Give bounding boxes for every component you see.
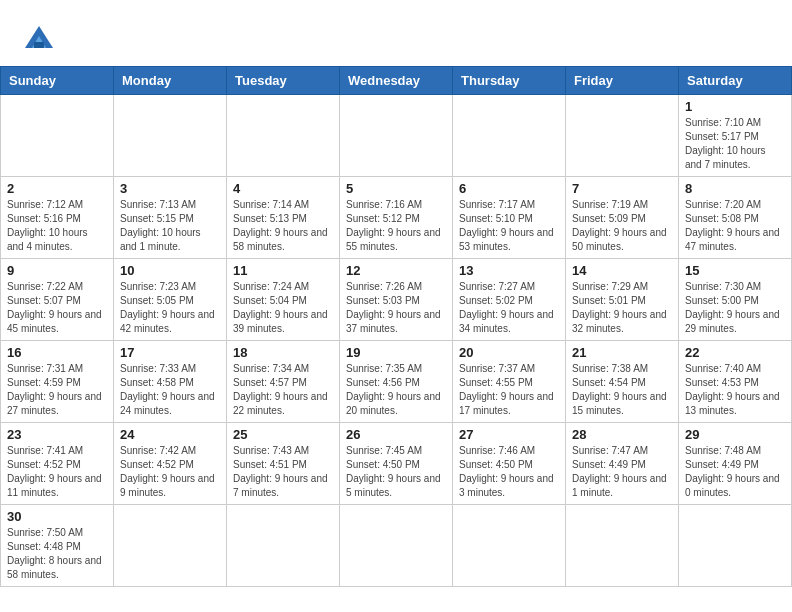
calendar-cell: 23Sunrise: 7:41 AM Sunset: 4:52 PM Dayli… [1, 423, 114, 505]
calendar-cell: 3Sunrise: 7:13 AM Sunset: 5:15 PM Daylig… [114, 177, 227, 259]
calendar-week-row: 23Sunrise: 7:41 AM Sunset: 4:52 PM Dayli… [1, 423, 792, 505]
calendar-cell: 10Sunrise: 7:23 AM Sunset: 5:05 PM Dayli… [114, 259, 227, 341]
calendar-cell: 2Sunrise: 7:12 AM Sunset: 5:16 PM Daylig… [1, 177, 114, 259]
calendar-cell: 21Sunrise: 7:38 AM Sunset: 4:54 PM Dayli… [566, 341, 679, 423]
day-number: 20 [459, 345, 559, 360]
day-number: 3 [120, 181, 220, 196]
calendar-cell: 26Sunrise: 7:45 AM Sunset: 4:50 PM Dayli… [340, 423, 453, 505]
day-info: Sunrise: 7:30 AM Sunset: 5:00 PM Dayligh… [685, 280, 785, 336]
calendar-week-row: 16Sunrise: 7:31 AM Sunset: 4:59 PM Dayli… [1, 341, 792, 423]
day-info: Sunrise: 7:19 AM Sunset: 5:09 PM Dayligh… [572, 198, 672, 254]
calendar-cell: 29Sunrise: 7:48 AM Sunset: 4:49 PM Dayli… [679, 423, 792, 505]
day-number: 9 [7, 263, 107, 278]
day-number: 6 [459, 181, 559, 196]
day-of-week-header: Tuesday [227, 67, 340, 95]
calendar-cell [1, 95, 114, 177]
calendar-cell: 19Sunrise: 7:35 AM Sunset: 4:56 PM Dayli… [340, 341, 453, 423]
day-number: 11 [233, 263, 333, 278]
calendar-cell: 11Sunrise: 7:24 AM Sunset: 5:04 PM Dayli… [227, 259, 340, 341]
calendar-cell: 30Sunrise: 7:50 AM Sunset: 4:48 PM Dayli… [1, 505, 114, 587]
day-info: Sunrise: 7:38 AM Sunset: 4:54 PM Dayligh… [572, 362, 672, 418]
calendar-cell [340, 505, 453, 587]
day-number: 4 [233, 181, 333, 196]
calendar-cell: 28Sunrise: 7:47 AM Sunset: 4:49 PM Dayli… [566, 423, 679, 505]
calendar-cell: 20Sunrise: 7:37 AM Sunset: 4:55 PM Dayli… [453, 341, 566, 423]
days-of-week-row: SundayMondayTuesdayWednesdayThursdayFrid… [1, 67, 792, 95]
calendar-cell: 24Sunrise: 7:42 AM Sunset: 4:52 PM Dayli… [114, 423, 227, 505]
logo-icon [20, 18, 58, 56]
calendar-cell: 9Sunrise: 7:22 AM Sunset: 5:07 PM Daylig… [1, 259, 114, 341]
calendar-cell: 12Sunrise: 7:26 AM Sunset: 5:03 PM Dayli… [340, 259, 453, 341]
day-info: Sunrise: 7:24 AM Sunset: 5:04 PM Dayligh… [233, 280, 333, 336]
calendar-header: SundayMondayTuesdayWednesdayThursdayFrid… [1, 67, 792, 95]
day-info: Sunrise: 7:17 AM Sunset: 5:10 PM Dayligh… [459, 198, 559, 254]
calendar-cell: 25Sunrise: 7:43 AM Sunset: 4:51 PM Dayli… [227, 423, 340, 505]
day-number: 17 [120, 345, 220, 360]
day-number: 5 [346, 181, 446, 196]
day-info: Sunrise: 7:33 AM Sunset: 4:58 PM Dayligh… [120, 362, 220, 418]
day-number: 24 [120, 427, 220, 442]
day-info: Sunrise: 7:13 AM Sunset: 5:15 PM Dayligh… [120, 198, 220, 254]
day-number: 19 [346, 345, 446, 360]
day-info: Sunrise: 7:14 AM Sunset: 5:13 PM Dayligh… [233, 198, 333, 254]
calendar-cell [566, 95, 679, 177]
calendar-cell: 8Sunrise: 7:20 AM Sunset: 5:08 PM Daylig… [679, 177, 792, 259]
day-number: 15 [685, 263, 785, 278]
day-number: 8 [685, 181, 785, 196]
day-info: Sunrise: 7:10 AM Sunset: 5:17 PM Dayligh… [685, 116, 785, 172]
day-info: Sunrise: 7:12 AM Sunset: 5:16 PM Dayligh… [7, 198, 107, 254]
calendar-cell: 14Sunrise: 7:29 AM Sunset: 5:01 PM Dayli… [566, 259, 679, 341]
day-info: Sunrise: 7:29 AM Sunset: 5:01 PM Dayligh… [572, 280, 672, 336]
day-info: Sunrise: 7:41 AM Sunset: 4:52 PM Dayligh… [7, 444, 107, 500]
day-info: Sunrise: 7:42 AM Sunset: 4:52 PM Dayligh… [120, 444, 220, 500]
day-of-week-header: Friday [566, 67, 679, 95]
day-of-week-header: Monday [114, 67, 227, 95]
day-number: 29 [685, 427, 785, 442]
calendar-cell [453, 95, 566, 177]
calendar-cell: 13Sunrise: 7:27 AM Sunset: 5:02 PM Dayli… [453, 259, 566, 341]
calendar: SundayMondayTuesdayWednesdayThursdayFrid… [0, 66, 792, 587]
calendar-cell: 15Sunrise: 7:30 AM Sunset: 5:00 PM Dayli… [679, 259, 792, 341]
day-info: Sunrise: 7:40 AM Sunset: 4:53 PM Dayligh… [685, 362, 785, 418]
header [0, 0, 792, 66]
day-number: 21 [572, 345, 672, 360]
day-info: Sunrise: 7:16 AM Sunset: 5:12 PM Dayligh… [346, 198, 446, 254]
calendar-cell: 5Sunrise: 7:16 AM Sunset: 5:12 PM Daylig… [340, 177, 453, 259]
calendar-cell [227, 95, 340, 177]
calendar-cell [227, 505, 340, 587]
day-info: Sunrise: 7:37 AM Sunset: 4:55 PM Dayligh… [459, 362, 559, 418]
day-info: Sunrise: 7:20 AM Sunset: 5:08 PM Dayligh… [685, 198, 785, 254]
day-number: 14 [572, 263, 672, 278]
calendar-cell [114, 95, 227, 177]
day-info: Sunrise: 7:50 AM Sunset: 4:48 PM Dayligh… [7, 526, 107, 582]
calendar-cell: 18Sunrise: 7:34 AM Sunset: 4:57 PM Dayli… [227, 341, 340, 423]
day-of-week-header: Saturday [679, 67, 792, 95]
day-number: 18 [233, 345, 333, 360]
calendar-cell: 1Sunrise: 7:10 AM Sunset: 5:17 PM Daylig… [679, 95, 792, 177]
calendar-week-row: 9Sunrise: 7:22 AM Sunset: 5:07 PM Daylig… [1, 259, 792, 341]
calendar-cell: 17Sunrise: 7:33 AM Sunset: 4:58 PM Dayli… [114, 341, 227, 423]
day-number: 30 [7, 509, 107, 524]
day-info: Sunrise: 7:35 AM Sunset: 4:56 PM Dayligh… [346, 362, 446, 418]
day-info: Sunrise: 7:43 AM Sunset: 4:51 PM Dayligh… [233, 444, 333, 500]
day-info: Sunrise: 7:34 AM Sunset: 4:57 PM Dayligh… [233, 362, 333, 418]
day-number: 10 [120, 263, 220, 278]
calendar-cell [340, 95, 453, 177]
calendar-cell [679, 505, 792, 587]
day-info: Sunrise: 7:23 AM Sunset: 5:05 PM Dayligh… [120, 280, 220, 336]
day-info: Sunrise: 7:48 AM Sunset: 4:49 PM Dayligh… [685, 444, 785, 500]
day-number: 7 [572, 181, 672, 196]
svg-rect-2 [34, 42, 44, 48]
calendar-week-row: 1Sunrise: 7:10 AM Sunset: 5:17 PM Daylig… [1, 95, 792, 177]
calendar-cell [566, 505, 679, 587]
calendar-body: 1Sunrise: 7:10 AM Sunset: 5:17 PM Daylig… [1, 95, 792, 587]
day-number: 25 [233, 427, 333, 442]
day-number: 12 [346, 263, 446, 278]
day-info: Sunrise: 7:26 AM Sunset: 5:03 PM Dayligh… [346, 280, 446, 336]
calendar-cell: 22Sunrise: 7:40 AM Sunset: 4:53 PM Dayli… [679, 341, 792, 423]
day-number: 1 [685, 99, 785, 114]
day-number: 22 [685, 345, 785, 360]
calendar-cell: 27Sunrise: 7:46 AM Sunset: 4:50 PM Dayli… [453, 423, 566, 505]
calendar-week-row: 30Sunrise: 7:50 AM Sunset: 4:48 PM Dayli… [1, 505, 792, 587]
day-info: Sunrise: 7:47 AM Sunset: 4:49 PM Dayligh… [572, 444, 672, 500]
